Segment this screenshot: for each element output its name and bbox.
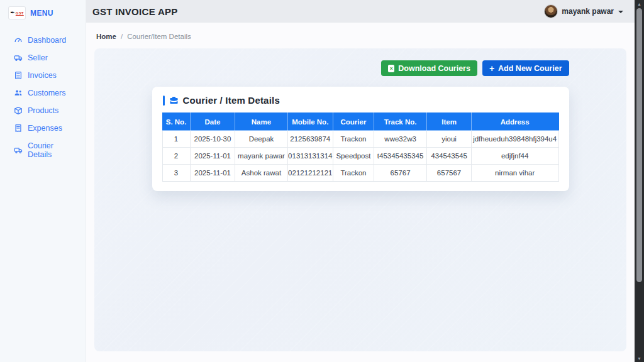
cell-date: 2025-11-01 [190, 148, 235, 165]
scroll-down-arrow-icon[interactable]: ▼ [635, 354, 644, 362]
action-buttons-row: x Download Couriers + Add New Courier [152, 48, 569, 76]
sidebar-item-expenses[interactable]: Expenses [0, 119, 86, 137]
cell-sno: 2 [162, 148, 190, 165]
receipt-icon [14, 124, 23, 133]
sidebar-item-customers[interactable]: Customers [0, 84, 86, 102]
cell-sno: 1 [162, 131, 190, 148]
col-header-sno: S. No. [162, 113, 190, 131]
col-header-track: Track No. [374, 113, 426, 131]
people-icon [14, 89, 23, 97]
sidebar-item-courier-details[interactable]: Courier Details [0, 137, 86, 163]
table-row: 2 2025-11-01 mayank pawar 01313131314 Sp… [162, 148, 558, 165]
sidebar-item-label: Courier Details [28, 141, 79, 159]
breadcrumb-separator: / [121, 33, 123, 40]
truck-icon [14, 53, 23, 62]
cell-name: Deepak [235, 131, 287, 148]
main-area: GST INVOICE APP mayank pawar Home / Cour… [86, 0, 635, 362]
cell-date: 2025-11-01 [190, 165, 235, 182]
table-row: 3 2025-11-01 Ashok rawat 02121212121 Tra… [162, 165, 558, 182]
cell-sno: 3 [162, 165, 190, 182]
cell-address: nirman vihar [471, 165, 558, 182]
col-header-date: Date [190, 113, 235, 131]
content-panel: x Download Couriers + Add New Courier Co… [94, 48, 626, 351]
cell-date: 2025-10-30 [190, 131, 235, 148]
cell-item: yioui [427, 131, 472, 148]
sidebar-item-label: Invoices [28, 71, 57, 80]
sidebar-item-invoices[interactable]: Invoices [0, 67, 86, 84]
cell-mobile: 01313131314 [287, 148, 333, 165]
page-title: GST INVOICE APP [92, 6, 178, 17]
cell-mobile: 02121212121 [287, 165, 333, 182]
col-header-address: Address [471, 113, 558, 131]
logo-text: GST [16, 11, 24, 15]
user-name: mayank pawar [562, 7, 614, 16]
user-menu[interactable]: mayank pawar [545, 5, 623, 18]
sidebar-item-label: Seller [28, 53, 48, 62]
card-header: Courier / Item Details [163, 95, 559, 106]
col-header-name: Name [235, 113, 287, 131]
logo-mark-icon: ✒ [10, 10, 15, 16]
box-icon [14, 106, 23, 115]
cell-track: t45345435345 [374, 148, 426, 165]
cell-address: edjfjnf44 [471, 148, 558, 165]
sidebar-item-label: Customers [28, 89, 65, 97]
sidebar-nav: Dashboard Seller Invoices Customers [0, 31, 86, 163]
cell-name: mayank pawar [235, 148, 287, 165]
add-new-courier-button[interactable]: + Add New Courier [482, 60, 569, 76]
app-logo: ✒ GST [9, 7, 25, 19]
table-header-row: S. No. Date Name Mobile No. Courier Trac… [162, 113, 558, 131]
col-header-courier: Courier [333, 113, 374, 131]
file-excel-icon: x [388, 65, 394, 72]
sidebar-item-seller[interactable]: Seller [0, 49, 86, 67]
card-title: Courier / Item Details [183, 95, 280, 106]
sidebar-item-label: Products [28, 106, 58, 115]
invoice-icon [14, 71, 23, 80]
sidebar-brand[interactable]: ✒ GST MENU [0, 0, 86, 25]
courier-details-card: Courier / Item Details S. No. Date Name … [152, 87, 569, 191]
sidebar-item-dashboard[interactable]: Dashboard [0, 31, 86, 49]
cell-track: 65767 [374, 165, 426, 182]
sidebar-item-label: Expenses [28, 124, 62, 133]
download-couriers-label: Download Couriers [398, 64, 470, 73]
sidebar-item-products[interactable]: Products [0, 102, 86, 119]
briefcase-icon [169, 96, 179, 105]
cell-name: Ashok rawat [235, 165, 287, 182]
cell-courier: Speedpost [333, 148, 374, 165]
menu-toggle-label[interactable]: MENU [30, 9, 53, 18]
scroll-up-arrow-icon[interactable]: ▲ [635, 0, 644, 8]
vertical-scrollbar: ▲ ▼ [635, 0, 644, 362]
topbar: GST INVOICE APP mayank pawar [86, 0, 635, 23]
cell-address: jdfheueduh39848hfj394u4 [471, 131, 558, 148]
cell-item: 434543545 [427, 148, 472, 165]
add-new-courier-label: Add New Courier [498, 64, 562, 73]
cell-courier: Trackon [333, 131, 374, 148]
breadcrumb: Home / Courier/Item Details [86, 23, 635, 47]
scrollbar-thumb[interactable] [636, 8, 642, 282]
plus-icon: + [489, 64, 494, 73]
breadcrumb-current: Courier/Item Details [127, 33, 191, 40]
sidebar-item-label: Dashboard [28, 36, 66, 45]
table-row: 1 2025-10-30 Deepak 2125639874 Trackon w… [162, 131, 558, 148]
download-couriers-button[interactable]: x Download Couriers [381, 60, 477, 76]
col-header-item: Item [427, 113, 472, 131]
title-accent-bar [163, 96, 165, 106]
col-header-mobile: Mobile No. [287, 113, 333, 131]
cell-track: wwe32w3 [374, 131, 426, 148]
cell-mobile: 2125639874 [287, 131, 333, 148]
courier-table: S. No. Date Name Mobile No. Courier Trac… [162, 112, 559, 182]
caret-down-icon [618, 11, 623, 13]
avatar[interactable] [545, 5, 557, 18]
cell-courier: Trackon [333, 165, 374, 182]
speedometer-icon [14, 36, 23, 45]
cell-item: 657567 [427, 165, 472, 182]
breadcrumb-home-link[interactable]: Home [96, 33, 116, 40]
sidebar: ✒ GST MENU Dashboard Seller Invoices [0, 0, 86, 362]
truck-icon [14, 146, 23, 155]
